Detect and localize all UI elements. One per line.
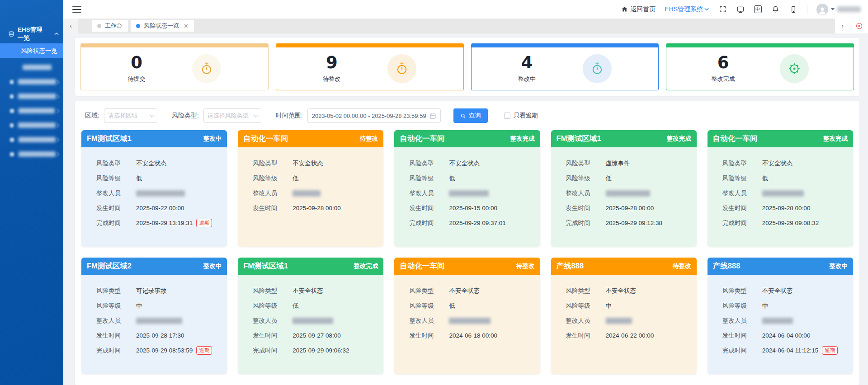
mobile-icon[interactable] xyxy=(789,5,798,14)
risk-card-header: FM测试区域1 整改中 xyxy=(81,130,227,147)
risk-card-body: 风险类型不安全状态风险等级低整改人员发生时间2025-09-28 00:00 xyxy=(238,147,383,247)
sidebar-item-blurred[interactable] xyxy=(0,89,63,103)
tabs-scroll-left-button[interactable]: ‹ xyxy=(63,19,78,33)
risk-field-row: 风险类型不安全状态 xyxy=(566,283,691,298)
risk-field-row: 风险等级中 xyxy=(722,298,848,313)
menu-icon xyxy=(10,94,14,99)
risk-field-row: 风险等级低 xyxy=(253,171,378,186)
close-tab-icon[interactable]: ✕ xyxy=(184,23,189,29)
risk-card[interactable]: FM测试区域2 整改中 风险类型可记录事故风险等级中整改人员发生时间2025-0… xyxy=(81,258,227,374)
risk-field-row: 发生时间2025-09-28 00:00 xyxy=(722,201,848,216)
risk-card-status-badge: 待整改 xyxy=(360,135,378,143)
risk-card-title: FM测试区域1 xyxy=(557,134,601,144)
tab-工作台[interactable]: 工作台 xyxy=(92,20,128,32)
tab-status-dot xyxy=(97,24,101,28)
system-switcher[interactable]: EHS管理系统 xyxy=(665,5,709,14)
risk-field-row: 整改人员 xyxy=(566,186,691,201)
stat-card: 0 待提交 xyxy=(80,43,269,90)
risk-field-value xyxy=(449,318,491,324)
risk-card[interactable]: 自动化一车间 待整改 风险类型不安全状态风险等级低整改人员发生时间2024-06… xyxy=(394,258,540,374)
sidebar-item-blurred[interactable] xyxy=(0,60,63,75)
back-home-link[interactable]: 返回首页 xyxy=(621,5,656,14)
monitor-icon[interactable] xyxy=(736,5,745,14)
overdue-only-checkbox[interactable] xyxy=(504,113,510,119)
language-switch-icon[interactable]: 中 xyxy=(754,5,762,13)
close-all-tabs-button[interactable] xyxy=(850,19,868,33)
risk-field-label: 发生时间 xyxy=(96,332,136,340)
sidebar-group-ehs[interactable]: EHS管理一览 xyxy=(0,27,63,41)
risk-field-label: 风险类型 xyxy=(409,160,449,168)
area-select-placeholder: 请选择区域 xyxy=(108,112,150,120)
risk-card-status-badge: 整改完成 xyxy=(823,135,848,143)
risk-card[interactable]: 自动化一车间 整改完成 风险类型不安全状态风险等级低整改人员发生时间2025-0… xyxy=(708,130,853,247)
stat-value: 6 xyxy=(712,54,735,71)
area-select[interactable]: 请选择区域 xyxy=(104,108,157,123)
risk-field-value: 中 xyxy=(136,302,142,310)
risk-card-status-badge: 整改中 xyxy=(203,262,222,270)
risk-card[interactable]: 自动化一车间 待整改 风险类型不安全状态风险等级低整改人员发生时间2025-09… xyxy=(238,130,383,247)
search-button-label: 查询 xyxy=(469,112,481,120)
time-range-filter-label: 时间范围: xyxy=(276,112,303,120)
blurred-text xyxy=(23,65,52,70)
search-icon xyxy=(460,113,466,119)
sidebar-item-risk-status[interactable]: 风险状态一览 xyxy=(0,43,63,58)
risk-card-body: 风险类型不安全状态风险等级低整改人员发生时间2025-09-27 08:00完成… xyxy=(238,275,383,374)
risk-field-label: 风险类型 xyxy=(409,287,449,295)
risk-card[interactable]: FM测试区域1 整改中 风险类型不安全状态风险等级低整改人员发生时间2025-0… xyxy=(81,130,227,247)
risk-card-header: 自动化一车间 整改完成 xyxy=(394,130,540,147)
risk-field-row: 完成时间2025-09-29 08:53:59逾期 xyxy=(96,343,222,358)
chevron-right-icon xyxy=(55,137,60,142)
sidebar-item-blurred[interactable] xyxy=(0,103,63,118)
sidebar-item-blurred[interactable] xyxy=(0,147,63,161)
risk-field-label: 整改人员 xyxy=(722,189,762,197)
overdue-only-checkbox-wrap[interactable]: 只看逾期 xyxy=(504,112,538,120)
risk-type-select[interactable]: 请选择风险类型 xyxy=(203,108,261,123)
sidebar-item-blurred[interactable] xyxy=(0,75,63,89)
search-button[interactable]: 查询 xyxy=(453,108,488,123)
stat-label: 整改完成 xyxy=(712,75,735,83)
fullscreen-icon[interactable] xyxy=(718,5,727,14)
risk-card-title: FM测试区域1 xyxy=(243,261,288,271)
risk-card[interactable]: 自动化一车间 整改完成 风险类型不安全状态风险等级低整改人员发生时间2025-0… xyxy=(394,130,540,247)
overdue-badge: 逾期 xyxy=(196,219,212,227)
tab-风险状态一览[interactable]: 风险状态一览✕ xyxy=(131,20,194,32)
calendar-icon[interactable] xyxy=(429,113,436,119)
chevron-right-icon xyxy=(55,108,60,113)
avatar xyxy=(816,4,828,15)
chevron-down-icon xyxy=(253,113,258,117)
menu-icon xyxy=(10,138,14,142)
chevron-down-icon xyxy=(149,113,154,117)
risk-card[interactable]: 产线888 待整改 风险类型不安全状态风险等级中整改人员发生时间2024-06-… xyxy=(551,258,697,374)
bell-icon[interactable] xyxy=(771,5,780,14)
risk-field-label: 风险等级 xyxy=(566,174,606,183)
user-menu[interactable] xyxy=(816,4,861,15)
stat-card-top-bar xyxy=(666,44,854,47)
risk-card-body: 风险类型不安全状态风险等级低整改人员发生时间2025-09-22 00:00完成… xyxy=(81,147,227,247)
risk-card-title: 自动化一车间 xyxy=(400,134,444,144)
username-blurred xyxy=(837,6,861,12)
blurred-text xyxy=(19,151,56,157)
chevron-right-icon xyxy=(55,152,60,156)
stat-card-top-bar xyxy=(472,44,659,47)
risk-field-label: 完成时间 xyxy=(722,347,762,355)
filter-row: 区域: 请选择区域 风险类型: 请选择风险类型 时间范围: xyxy=(81,108,853,123)
risk-field-row: 整改人员 xyxy=(409,313,534,328)
stat-card: 6 整改完成 xyxy=(666,43,854,90)
tabs-scroll-right-button[interactable]: › xyxy=(835,19,850,33)
sidebar-item-blurred[interactable] xyxy=(0,118,63,132)
blurred-text xyxy=(18,94,56,99)
hamburger-menu-icon[interactable] xyxy=(72,6,81,13)
risk-card[interactable]: 产线888 整改中 风险类型不安全状态风险等级中整改人员发生时间2024-06-… xyxy=(708,258,853,374)
date-range-input[interactable] xyxy=(312,113,426,119)
blurred-text xyxy=(19,108,55,113)
sidebar-item-blurred[interactable] xyxy=(0,132,63,147)
risk-card[interactable]: FM测试区域1 整改完成 风险类型虚惊事件风险等级低整改人员发生时间2025-0… xyxy=(551,130,697,247)
risk-card[interactable]: FM测试区域1 整改完成 风险类型不安全状态风险等级低整改人员发生时间2025-… xyxy=(238,258,383,374)
risk-card-header: 自动化一车间 待整改 xyxy=(238,130,383,147)
risk-field-label: 整改人员 xyxy=(96,189,136,197)
risk-card-status-badge: 待整改 xyxy=(516,262,535,270)
risk-field-value: 2024-06-04 11:12:15逾期 xyxy=(762,346,838,355)
risk-field-row: 发生时间2025-09-15 00:00 xyxy=(409,201,534,216)
stopwatch-icon xyxy=(192,54,221,83)
risk-field-label: 完成时间 xyxy=(96,219,136,227)
